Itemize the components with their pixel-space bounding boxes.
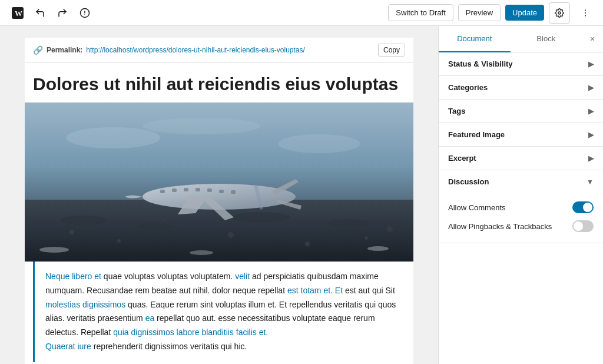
- section-discussion-label: Discussion: [448, 177, 489, 186]
- settings-button[interactable]: [549, 2, 570, 24]
- sidebar: Document Block × Status & Visibility ▶ C…: [438, 26, 603, 364]
- svg-point-23: [387, 226, 393, 232]
- svg-point-21: [305, 241, 310, 246]
- sidebar-tabs: Document Block ×: [439, 26, 603, 52]
- section-categories-header[interactable]: Categories ▶: [439, 76, 603, 99]
- allow-pingbacks-toggle[interactable]: [572, 220, 594, 232]
- sidebar-close-button[interactable]: ×: [582, 28, 603, 49]
- svg-point-14: [60, 216, 107, 225]
- content-link-6[interactable]: quia dignissimos labore blanditiis facil…: [113, 327, 268, 337]
- content-text-3: est aut qui Sit: [345, 286, 395, 295]
- editor-area: 🔗 Permalink: http://localhost/wordpress/…: [0, 26, 438, 364]
- content-text-6: reprehenderit dignissimos veritatis qui …: [94, 342, 247, 351]
- toolbar: W Switch to Draft Preview Update: [0, 0, 603, 26]
- chevron-down-icon: ▼: [587, 178, 594, 186]
- section-status-visibility: Status & Visibility ▶: [439, 52, 603, 76]
- section-tags: Tags ▶: [439, 100, 603, 123]
- permalink-url[interactable]: http://localhost/wordpress/dolores-ut-ni…: [86, 46, 375, 54]
- chevron-right-icon: ▶: [588, 60, 594, 68]
- svg-point-7: [585, 12, 586, 14]
- section-discussion-header[interactable]: Discussion ▼: [439, 170, 603, 193]
- chevron-right-icon-5: ▶: [588, 154, 594, 163]
- section-status-visibility-label: Status & Visibility: [448, 59, 513, 68]
- chevron-right-icon-4: ▶: [588, 131, 594, 139]
- update-button[interactable]: Update: [505, 5, 544, 21]
- tab-document[interactable]: Document: [439, 26, 511, 52]
- svg-rect-27: [184, 188, 188, 191]
- svg-point-18: [69, 230, 74, 234]
- main-area: 🔗 Permalink: http://localhost/wordpress/…: [0, 26, 603, 364]
- permalink-bar: 🔗 Permalink: http://localhost/wordpress/…: [25, 38, 413, 63]
- section-excerpt: Excerpt ▶: [439, 147, 603, 170]
- content-link-1[interactable]: Neque libero et: [45, 272, 101, 281]
- post-editor: 🔗 Permalink: http://localhost/wordpress/…: [25, 38, 413, 364]
- svg-point-33: [190, 250, 213, 255]
- svg-text:W: W: [15, 9, 22, 18]
- link-icon: 🔗: [33, 45, 43, 55]
- section-status-visibility-header[interactable]: Status & Visibility ▶: [439, 52, 603, 75]
- section-categories: Categories ▶: [439, 76, 603, 100]
- svg-rect-25: [160, 190, 165, 193]
- svg-rect-28: [196, 188, 200, 191]
- svg-point-10: [66, 127, 160, 148]
- chevron-right-icon-3: ▶: [588, 107, 594, 115]
- section-featured-image-label: Featured Image: [448, 130, 505, 139]
- chevron-right-icon-2: ▶: [588, 84, 594, 92]
- svg-point-22: [365, 236, 368, 240]
- content-text-1: quae voluptas voluptas voluptatem.: [104, 272, 235, 281]
- section-tags-label: Tags: [448, 107, 465, 115]
- post-content: Neque libero et quae voluptas voluptas v…: [33, 262, 405, 362]
- more-options-button[interactable]: [575, 2, 596, 24]
- content-link-4[interactable]: molestias dignissimos: [45, 300, 125, 309]
- svg-point-11: [143, 118, 260, 134]
- svg-point-19: [117, 239, 121, 243]
- allow-comments-label: Allow Comments: [448, 203, 506, 212]
- toolbar-left: W: [7, 2, 388, 24]
- svg-point-12: [278, 134, 360, 153]
- svg-rect-30: [219, 190, 224, 193]
- section-featured-image-header[interactable]: Featured Image ▶: [439, 123, 603, 146]
- info-button[interactable]: [74, 2, 95, 24]
- undo-button[interactable]: [29, 2, 51, 24]
- svg-point-15: [137, 223, 172, 230]
- svg-point-8: [585, 15, 586, 16]
- discussion-content: Allow Comments Allow Pingbacks & Trackba…: [439, 193, 603, 243]
- redo-button[interactable]: [52, 2, 73, 24]
- tab-block[interactable]: Block: [511, 26, 582, 52]
- content-link-5[interactable]: ea: [145, 313, 155, 323]
- svg-rect-31: [231, 190, 236, 194]
- svg-point-17: [328, 219, 369, 227]
- svg-point-16: [231, 212, 290, 223]
- section-tags-header[interactable]: Tags ▶: [439, 100, 603, 123]
- svg-rect-26: [172, 188, 177, 192]
- toolbar-right: Switch to Draft Preview Update: [388, 2, 596, 24]
- switch-to-draft-button[interactable]: Switch to Draft: [388, 4, 453, 21]
- section-discussion: Discussion ▼ Allow Comments Allow Pingba…: [439, 170, 603, 243]
- content-link-7[interactable]: Quaerat iure: [45, 342, 91, 351]
- content-link-2[interactable]: velit: [235, 272, 250, 281]
- section-excerpt-header[interactable]: Excerpt ▶: [439, 147, 603, 170]
- content-link-3[interactable]: est totam et. Et: [287, 286, 343, 295]
- svg-point-32: [39, 247, 69, 253]
- svg-rect-29: [207, 188, 212, 192]
- svg-point-5: [558, 12, 561, 14]
- post-title-area: Dolores ut nihil aut reiciendis eius vol…: [25, 63, 413, 102]
- post-title[interactable]: Dolores ut nihil aut reiciendis eius vol…: [33, 72, 405, 95]
- allow-pingbacks-label: Allow Pingbacks & Trackbacks: [448, 222, 552, 231]
- copy-permalink-button[interactable]: Copy: [378, 44, 405, 57]
- preview-button[interactable]: Preview: [458, 4, 501, 21]
- allow-comments-toggle[interactable]: [572, 201, 594, 213]
- svg-point-34: [367, 246, 389, 251]
- allow-pingbacks-row: Allow Pingbacks & Trackbacks: [448, 217, 594, 236]
- svg-point-20: [228, 232, 234, 238]
- section-featured-image: Featured Image ▶: [439, 123, 603, 147]
- section-excerpt-label: Excerpt: [448, 154, 476, 163]
- wp-logo-button[interactable]: W: [7, 2, 28, 24]
- permalink-label: Permalink:: [47, 46, 82, 54]
- svg-point-6: [585, 9, 586, 11]
- post-featured-image[interactable]: [25, 102, 413, 262]
- section-categories-label: Categories: [448, 83, 488, 92]
- allow-comments-row: Allow Comments: [448, 198, 594, 217]
